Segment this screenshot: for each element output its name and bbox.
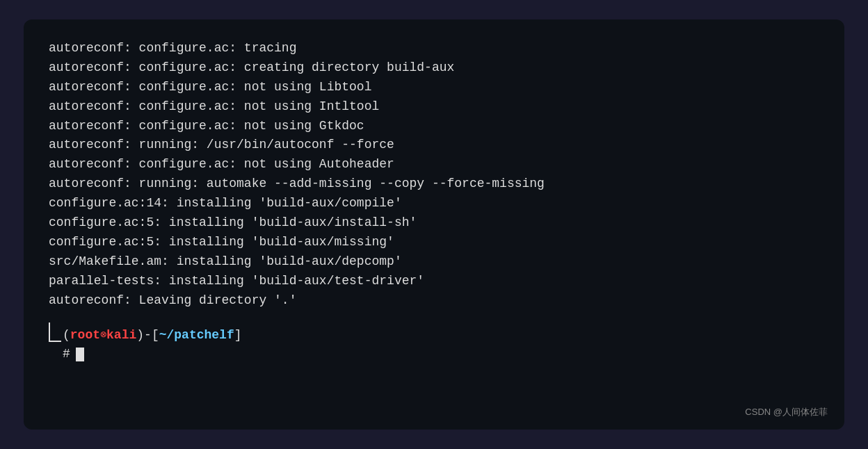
prompt-path: ~/patchelf: [159, 326, 234, 345]
terminal-line: autoreconf: configure.ac: not using Auto…: [49, 155, 819, 174]
terminal-line: configure.ac:14: installing 'build-aux/c…: [49, 194, 819, 213]
terminal-line: autoreconf: configure.ac: not using Libt…: [49, 78, 819, 97]
terminal-line: autoreconf: Leaving directory '.': [49, 291, 819, 311]
terminal-cursor: [76, 348, 84, 361]
prompt-corner-bracket: [49, 323, 61, 342]
prompt-close-bracket: ]: [234, 326, 242, 345]
watermark: CSDN @人间体佐菲: [745, 406, 828, 418]
prompt-host: kali: [106, 326, 136, 345]
prompt-close-paren: )-[: [136, 326, 159, 345]
prompt-skull: ⊗: [100, 327, 106, 343]
terminal-line: autoreconf: running: automake --add-miss…: [49, 174, 819, 194]
terminal-output: autoreconf: configure.ac: tracing autore…: [49, 39, 819, 410]
terminal-line: autoreconf: running: /usr/bin/autoconf -…: [49, 136, 819, 155]
terminal-line: autoreconf: configure.ac: not using Intl…: [49, 97, 819, 117]
terminal-window: autoreconf: configure.ac: tracing autore…: [24, 19, 844, 430]
terminal-line: autoreconf: configure.ac: creating direc…: [49, 58, 819, 78]
terminal-line: configure.ac:5: installing 'build-aux/mi…: [49, 233, 819, 252]
terminal-line: configure.ac:5: installing 'build-aux/in…: [49, 213, 819, 233]
terminal-line: autoreconf: configure.ac: tracing: [49, 39, 819, 58]
prompt-user: root: [70, 326, 100, 345]
terminal-line: parallel-tests: installing 'build-aux/te…: [49, 272, 819, 291]
prompt-top-line: (root⊗kali)-[~/patchelf]: [49, 325, 819, 345]
prompt-open-paren: (: [63, 326, 70, 345]
prompt-hash-line: #: [49, 345, 819, 364]
prompt-indent: #: [63, 345, 70, 364]
hash-symbol: #: [63, 347, 70, 361]
terminal-line: autoreconf: configure.ac: not using Gtkd…: [49, 117, 819, 136]
terminal-line: src/Makefile.am: installing 'build-aux/d…: [49, 252, 819, 272]
